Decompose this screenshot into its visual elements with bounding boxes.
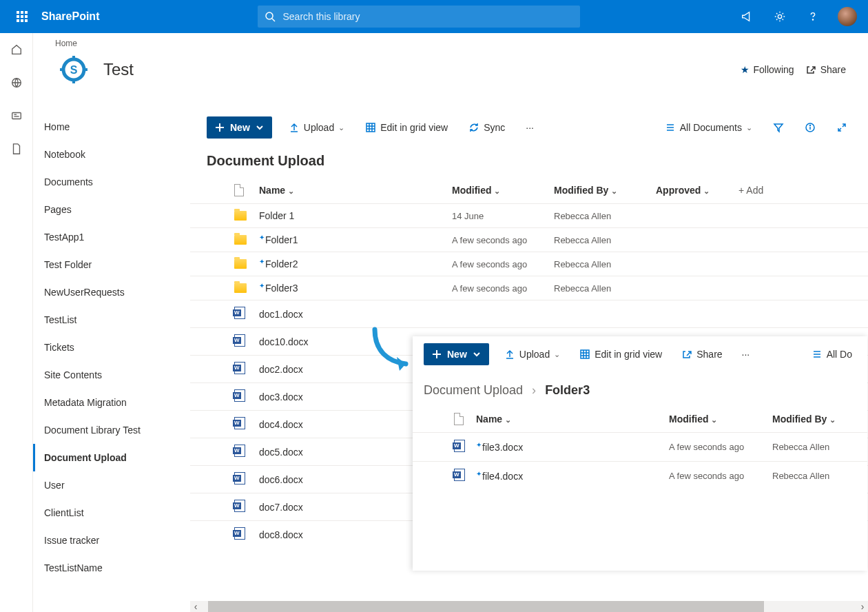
file-name[interactable]: ✦file4.docx <box>476 471 669 482</box>
file-icon[interactable] <box>0 132 33 165</box>
following-button[interactable]: ★ Following <box>741 64 794 75</box>
view-selector[interactable]: All Documents ⌄ <box>661 119 756 136</box>
column-modified-by[interactable]: Modified By ⌄ <box>554 185 656 196</box>
chevron-right-icon: › <box>532 383 536 397</box>
filter-icon <box>773 122 784 133</box>
settings-icon[interactable] <box>766 0 794 33</box>
sidenav-item[interactable]: Metadata Migration <box>33 389 190 416</box>
breadcrumb[interactable]: Home <box>55 39 846 48</box>
file-icon <box>454 413 464 425</box>
overlay-crumb-leaf: Folder3 <box>545 383 590 397</box>
file-name[interactable]: ✦file3.docx <box>476 442 669 453</box>
news-icon[interactable] <box>0 99 33 132</box>
megaphone-icon[interactable] <box>733 0 761 33</box>
more-icon: ··· <box>742 349 750 360</box>
sidenav-item[interactable]: Document Upload <box>33 444 190 471</box>
upload-button[interactable]: Upload ⌄ <box>285 119 349 136</box>
table-row[interactable]: ✦Folder1A few seconds agoRebecca Allen <box>190 227 868 252</box>
sidenav-item[interactable]: User <box>33 471 190 499</box>
horizontal-scrollbar[interactable]: ‹ › <box>190 601 868 612</box>
column-modified[interactable]: Modified ⌄ <box>452 185 554 196</box>
overlay-edit-grid-button[interactable]: Edit in grid view <box>575 346 666 363</box>
column-approved[interactable]: Approved ⌄ <box>656 185 738 196</box>
overlay-column-name[interactable]: Name ⌄ <box>476 414 669 425</box>
overlay-upload-button[interactable]: Upload ⌄ <box>500 346 564 363</box>
file-name[interactable]: Folder 1 <box>259 210 452 221</box>
sidenav-item[interactable]: NewUserRequests <box>33 278 190 306</box>
word-icon <box>234 417 245 429</box>
app-launcher-icon[interactable] <box>6 0 39 33</box>
file-name[interactable]: ✦Folder1 <box>259 234 452 245</box>
folder-icon <box>234 235 247 245</box>
share-button[interactable]: Share <box>805 64 846 75</box>
upload-icon <box>504 349 515 360</box>
overflow-button[interactable]: ··· <box>521 119 538 136</box>
modified-cell: A few seconds ago <box>669 442 772 452</box>
new-label: New <box>230 122 250 133</box>
table-row[interactable]: ✦Folder3A few seconds agoRebecca Allen <box>190 276 868 300</box>
info-button[interactable] <box>800 119 820 136</box>
more-icon: ··· <box>526 122 534 133</box>
table-row[interactable]: ✦file3.docxA few seconds agoRebecca Alle… <box>413 432 867 461</box>
overlay-new-button[interactable]: New <box>424 343 489 365</box>
help-icon[interactable] <box>799 0 827 33</box>
overlay-crumb-root[interactable]: Document Upload <box>424 383 523 397</box>
file-name[interactable]: ✦Folder2 <box>259 258 452 269</box>
file-icon <box>234 184 244 196</box>
modified-by-cell: Rebecca Allen <box>554 235 656 245</box>
overlay-overflow-button[interactable]: ··· <box>738 346 754 363</box>
file-type-header[interactable] <box>454 413 476 425</box>
sync-label: Sync <box>484 122 505 133</box>
home-icon[interactable] <box>0 33 33 66</box>
user-avatar[interactable] <box>838 7 857 26</box>
sidenav-item[interactable]: ClientList <box>33 499 190 527</box>
new-button[interactable]: New <box>207 116 272 139</box>
globe-icon[interactable] <box>0 66 33 99</box>
sync-button[interactable]: Sync <box>464 119 509 136</box>
table-row[interactable]: ✦Folder2A few seconds agoRebecca Allen <box>190 252 868 276</box>
sidenav-item[interactable]: TestList <box>33 306 190 334</box>
search-input[interactable] <box>282 11 573 22</box>
sync-icon <box>468 122 479 133</box>
sidenav-item[interactable]: TestListName <box>33 554 190 582</box>
column-name[interactable]: Name ⌄ <box>259 185 452 196</box>
sidenav-item[interactable]: Test Folder <box>33 251 190 278</box>
sidenav-item[interactable]: Documents <box>33 168 190 196</box>
file-name[interactable]: doc1.docx <box>259 309 452 320</box>
edit-grid-button[interactable]: Edit in grid view <box>361 119 452 136</box>
word-icon <box>234 445 245 457</box>
sidenav-item[interactable]: Tickets <box>33 334 190 361</box>
side-nav[interactable]: HomeNotebookDocumentsPagesTestApp1Test F… <box>33 108 190 612</box>
new-badge-icon: ✦ <box>259 234 265 241</box>
sidenav-item[interactable]: Notebook <box>33 141 190 168</box>
share-icon <box>681 349 692 360</box>
overlay-view-selector[interactable]: All Do <box>807 346 856 363</box>
chevron-down-icon: ⌄ <box>338 123 344 132</box>
sidenav-item[interactable]: Site Contents <box>33 361 190 389</box>
table-row[interactable]: doc1.docx <box>190 300 868 327</box>
overlay-share-button[interactable]: Share <box>677 346 726 363</box>
filter-button[interactable] <box>769 119 788 136</box>
table-row[interactable]: Folder 114 JuneRebecca Allen <box>190 203 868 227</box>
column-add[interactable]: + Add <box>738 185 851 196</box>
sidenav-item[interactable]: Pages <box>33 196 190 223</box>
table-row[interactable]: ✦file4.docxA few seconds agoRebecca Alle… <box>413 461 867 490</box>
modified-cell: A few seconds ago <box>669 471 772 481</box>
file-name[interactable]: ✦Folder3 <box>259 283 452 294</box>
search-box[interactable] <box>258 6 580 28</box>
expand-button[interactable] <box>832 119 851 136</box>
sidenav-item[interactable]: Home <box>33 113 190 141</box>
modified-cell: A few seconds ago <box>452 259 554 269</box>
overlay-column-modified[interactable]: Modified ⌄ <box>669 414 772 425</box>
sidenav-item[interactable]: TestApp1 <box>33 223 190 251</box>
sidenav-item[interactable]: Issue tracker <box>33 527 190 554</box>
modified-by-cell: Rebecca Allen <box>554 211 656 221</box>
search-icon <box>265 11 276 22</box>
svg-point-22 <box>810 125 811 126</box>
overlay-column-modified-by[interactable]: Modified By ⌄ <box>772 414 855 425</box>
sidenav-item[interactable]: Document Library Test <box>33 416 190 444</box>
brand-label: SharePoint <box>41 10 99 23</box>
site-logo: S <box>55 51 92 88</box>
overlay-upload-label: Upload <box>519 349 550 360</box>
file-type-header[interactable] <box>234 184 259 196</box>
